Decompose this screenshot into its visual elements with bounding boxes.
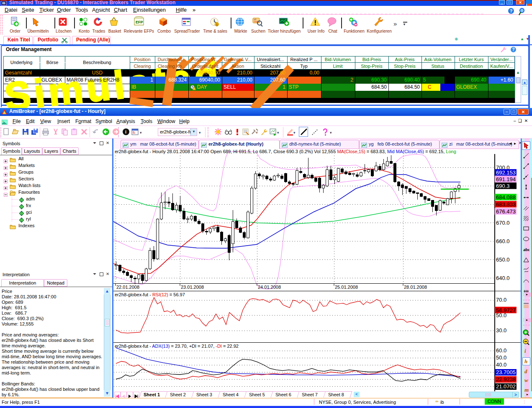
svg-text:24.01.2008: 24.01.2008 [258,285,281,290]
svg-text:abc: abc [523,247,529,252]
svg-text:690.3: 690.3 [496,183,510,189]
svg-text:25.01.2008: 25.01.2008 [335,285,358,290]
svg-text:676.473: 676.473 [496,208,516,215]
svg-text:22.01.2008: 22.01.2008 [116,285,139,290]
svg-text:23.7005: 23.7005 [496,369,516,375]
svg-text:21.0702: 21.0702 [496,383,516,390]
svg-text:691.194: 691.194 [496,176,516,182]
svg-text:28.01.2008: 28.01.2008 [404,285,427,290]
svg-text:er2h8-globex-fut - ADX(13) = 2: er2h8-globex-fut - ADX(13) = 23.70, +DI … [115,344,239,349]
svg-text:$: $ [216,23,218,26]
svg-text:56.9727: 56.9727 [496,307,516,313]
svg-text:650.0: 650.0 [496,257,510,263]
svg-text:23.01.2008: 23.01.2008 [181,285,204,290]
svg-text:30.0: 30.0 [496,327,506,334]
svg-text:40.0: 40.0 [496,362,506,368]
svg-text:684.088: 684.088 [496,194,516,200]
svg-text:60.0: 60.0 [496,347,506,354]
svg-text:683.833: 683.833 [496,201,516,208]
svg-text:692.153: 692.153 [496,169,516,176]
svg-text:50.0: 50.0 [496,354,506,361]
svg-text:660.0: 660.0 [496,238,510,244]
svg-text:22.9238: 22.9238 [496,376,516,382]
svg-text:er2h8-globex-fut - Hourly 28.0: er2h8-globex-fut - Hourly 28.01.2008 16:… [115,149,456,154]
svg-text:EFP: EFP [136,20,143,24]
svg-text:670.0: 670.0 [496,220,510,226]
svg-text:i: i [125,129,126,134]
svg-text:640.0: 640.0 [496,275,510,281]
svg-text:70.0: 70.0 [496,297,506,303]
svg-text:er2h8-globex-fut - RSI(12) = 5: er2h8-globex-fut - RSI(12) = 56.97 [115,292,185,297]
